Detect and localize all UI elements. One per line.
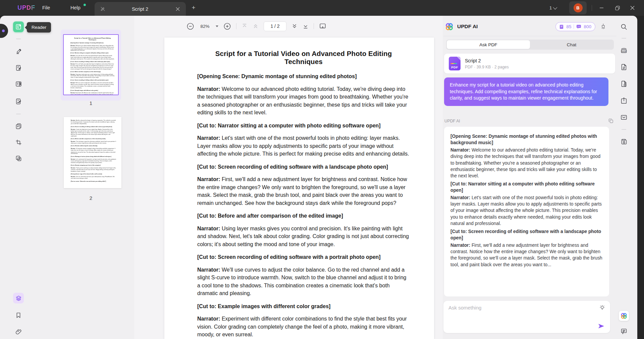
- pdf-rainbow-stripe: [450, 63, 457, 64]
- ai-panel-header: UPDF AI 85 800: [445, 20, 614, 33]
- document-paragraph: [Cut to: Screen recording of editing sof…: [197, 253, 410, 261]
- previous-page-icon[interactable]: [253, 23, 259, 29]
- menu-file[interactable]: File: [36, 0, 56, 16]
- titlebar-divider: [32, 5, 33, 11]
- account-button[interactable]: B: [569, 1, 587, 14]
- tab-title: Script 2: [106, 6, 174, 12]
- thumb-paragraph: Narrator:First, we'll add a new adjustme…: [70, 63, 114, 70]
- prompt-ideas-icon[interactable]: [599, 304, 606, 311]
- tab-ask-pdf[interactable]: Ask PDF: [447, 40, 530, 49]
- thumb-paragraph: Narrator:This technique is great for ach…: [71, 140, 116, 144]
- share-icon[interactable]: [620, 96, 628, 105]
- panel-handle[interactable]: [0, 24, 8, 38]
- protect-file-icon[interactable]: [620, 79, 628, 88]
- clear-chat-icon[interactable]: [600, 23, 607, 30]
- copy-icon[interactable]: [608, 118, 614, 124]
- thumb-paragraph: [Opening Scene: Dynamic montage of stunn…: [70, 42, 114, 44]
- ai-tabs: Ask PDF Chat: [446, 40, 614, 50]
- close-button[interactable]: [626, 0, 639, 16]
- chat-credit-count: 800: [584, 24, 591, 29]
- thumb-paragraph: Narrator:Using layer masks gives you con…: [70, 73, 114, 78]
- document-paragraph: [Cut to: Before and after comparison of …: [197, 212, 410, 220]
- save-icon[interactable]: [620, 137, 628, 146]
- sidebar-item-convert[interactable]: [13, 153, 24, 164]
- thumb-paragraph: [Cut to: Montage of various photos being…: [71, 156, 116, 157]
- thumbnail-page1[interactable]: Script for a Tutorial Video on Advanced …: [63, 34, 119, 95]
- thumb-paragraph: [Cut to: Screen recording of editing sof…: [70, 61, 114, 62]
- menu-help[interactable]: Help: [64, 0, 87, 16]
- sidebar-item-organize-pages[interactable]: [13, 121, 24, 131]
- sidebar-item-ai-layers[interactable]: [13, 293, 24, 303]
- toolbar-divider: [314, 23, 314, 29]
- document-paragraph: Narrator:Using layer masks gives you con…: [197, 225, 410, 248]
- document-paragraph: Narrator:Experiment with different color…: [197, 315, 410, 339]
- window-count-value: 1: [549, 5, 552, 10]
- sidebar-item-bookmark[interactable]: [13, 310, 24, 321]
- reader-tooltip: Reader: [27, 22, 51, 33]
- thumbnail-page1-label: 1: [61, 100, 121, 106]
- last-page-icon[interactable]: [303, 23, 309, 29]
- thumb-paragraph: Narrator:Welcome to our advanced photo e…: [70, 45, 114, 51]
- response-author-label: UPDF AI: [444, 119, 460, 123]
- sidebar-divider: [16, 39, 21, 39]
- mail-icon[interactable]: [620, 113, 628, 122]
- updf-ai-floating-icon[interactable]: [619, 311, 629, 321]
- handle-dot-icon: [2, 30, 5, 32]
- tab-close-icon[interactable]: [174, 6, 181, 12]
- thumb-doc2-body: Narrator:Another advanced technique is f…: [71, 120, 116, 182]
- svg-text:OCR: OCR: [622, 50, 626, 52]
- zoom-out-icon[interactable]: [186, 22, 194, 30]
- send-icon[interactable]: [597, 322, 605, 330]
- presentation-icon[interactable]: [319, 22, 326, 30]
- ask-input[interactable]: [448, 305, 583, 310]
- zoom-level: 82%: [199, 24, 211, 29]
- file-card[interactable]: PDF Script 2 PDF · 39.9 KB · 2 pages: [444, 54, 615, 73]
- sidebar-item-sign[interactable]: [13, 96, 24, 107]
- zoom-dropdown-icon[interactable]: [216, 25, 218, 27]
- next-page-icon[interactable]: [291, 23, 298, 29]
- zoom-in-icon[interactable]: [223, 22, 231, 30]
- sidebar-item-edit-pdf[interactable]: [13, 62, 24, 73]
- feedback-icon[interactable]: [620, 327, 628, 336]
- ocr-icon[interactable]: OCR: [620, 46, 628, 55]
- thumb-paragraph: [Cut to: Example images with different c…: [70, 90, 114, 91]
- right-strip-divider: [622, 129, 626, 130]
- toolbar-divider: [236, 23, 236, 29]
- ai-credits-pill[interactable]: 85 800: [555, 22, 595, 31]
- new-tab-button[interactable]: +: [190, 4, 197, 11]
- thumbnail-page2-label: 2: [61, 195, 121, 201]
- avatar: B: [574, 3, 583, 12]
- minimize-button[interactable]: [595, 0, 608, 16]
- pdf-page[interactable]: Script for a Tutorial Video on Advanced …: [164, 38, 434, 339]
- document-paragraph: Narrator:Welcome to our advanced photo e…: [197, 85, 410, 117]
- header-divider: [443, 36, 616, 36]
- thumb-paragraph: Narrator:Let's summarize the key points:…: [71, 158, 116, 163]
- ai-response-paragraph: Narrator:Let's start with one of the mos…: [450, 194, 603, 227]
- thumb-paragraph: Narrator:Thank you for watching our adva…: [71, 167, 116, 172]
- doc-credit-icon: [559, 24, 564, 29]
- thumbnail-page2[interactable]: Narrator:Another advanced technique is f…: [64, 117, 121, 188]
- response-header-row: UPDF AI: [444, 118, 614, 124]
- file-name: Script 2: [465, 58, 509, 63]
- thumb-paragraph: Narrator:Create two duplicates of your o…: [71, 128, 116, 137]
- search-icon[interactable]: [620, 22, 628, 31]
- window-count-dropdown[interactable]: 1: [549, 0, 557, 16]
- pdf-file-icon: PDF: [449, 57, 461, 70]
- thumb-paragraph: [Cut to: Screen recording of editing sof…: [70, 79, 114, 81]
- convert-file-icon[interactable]: [620, 63, 628, 71]
- sidebar-item-comment[interactable]: [13, 46, 24, 56]
- help-notification-dot: [84, 4, 86, 6]
- document-tab[interactable]: Script 2: [95, 2, 186, 16]
- ai-response-paragraph: Narrator:First, we'll add a new adjustme…: [450, 242, 603, 268]
- page-number-input[interactable]: 1 / 2: [264, 21, 286, 31]
- restore-button[interactable]: [611, 0, 624, 16]
- sidebar-item-forms[interactable]: [13, 78, 24, 89]
- thumb-doc-body: [Opening Scene: Dynamic montage of stunn…: [70, 42, 114, 95]
- first-page-icon[interactable]: [241, 23, 248, 29]
- document-title: Script for a Tutorial Video on Advanced …: [197, 50, 410, 66]
- sidebar-item-crop[interactable]: [13, 137, 24, 148]
- app-content: Reader: [0, 16, 637, 339]
- sidebar-item-attachment[interactable]: [13, 326, 24, 337]
- tab-chat[interactable]: Chat: [530, 40, 613, 49]
- sidebar-item-reader[interactable]: [13, 21, 24, 32]
